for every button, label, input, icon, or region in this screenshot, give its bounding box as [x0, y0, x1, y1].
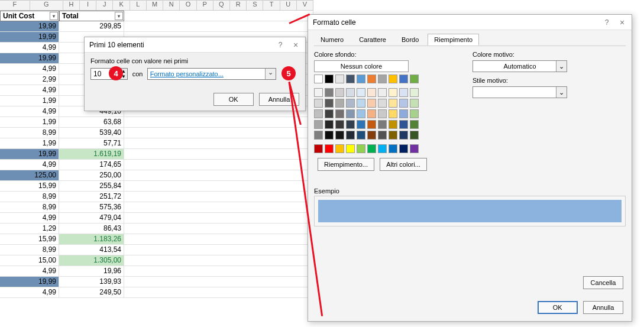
color-swatch[interactable] [389, 99, 397, 108]
cell-unitcost[interactable]: 8,99 [0, 192, 59, 202]
cell-total[interactable]: 19,96 [59, 266, 124, 277]
color-swatch[interactable] [346, 75, 355, 83]
empty-cell[interactable] [124, 234, 313, 245]
column-letter[interactable]: F [0, 0, 30, 11]
color-swatch[interactable] [399, 75, 408, 83]
cell-unitcost[interactable]: 19,99 [0, 277, 59, 287]
color-swatch[interactable] [335, 131, 344, 140]
column-letter[interactable]: I [80, 0, 96, 11]
color-swatch[interactable] [314, 75, 323, 83]
close-icon[interactable]: × [615, 15, 629, 30]
cell-total[interactable]: 413,54 [59, 245, 124, 255]
color-swatch[interactable] [378, 120, 387, 129]
color-swatch[interactable] [410, 88, 419, 97]
color-swatch[interactable] [378, 75, 387, 83]
color-swatch[interactable] [346, 99, 355, 108]
column-letter[interactable]: G [30, 0, 63, 11]
color-swatch[interactable] [346, 131, 355, 140]
empty-cell[interactable] [124, 213, 313, 224]
cell-unitcost[interactable]: 4,99 [0, 106, 59, 117]
color-swatch[interactable] [325, 131, 334, 140]
color-swatch[interactable] [389, 120, 397, 129]
color-swatch[interactable] [314, 120, 323, 129]
color-swatch[interactable] [314, 109, 323, 118]
format-style-select[interactable]: Formato personalizzato... ⌄ [147, 68, 276, 80]
column-letter[interactable]: J [96, 0, 113, 11]
color-swatch[interactable] [335, 88, 344, 97]
empty-cell[interactable] [124, 11, 313, 21]
color-swatch[interactable] [367, 109, 376, 118]
color-swatch[interactable] [357, 120, 365, 129]
empty-cell[interactable] [124, 21, 313, 32]
cancel-button[interactable]: Annulla [583, 301, 623, 314]
column-letter[interactable]: N [163, 0, 180, 11]
cell-total[interactable]: 249,50 [59, 287, 124, 298]
cell-total[interactable]: 1.305,00 [59, 255, 124, 266]
color-swatch[interactable] [389, 88, 397, 97]
tab-bordo[interactable]: Bordo [395, 34, 425, 46]
cell-total[interactable]: 139,93 [59, 277, 124, 287]
cell-unitcost[interactable]: 8,99 [0, 202, 59, 213]
cell-unitcost[interactable]: 8,99 [0, 128, 59, 138]
empty-cell[interactable] [124, 287, 313, 298]
color-swatch[interactable] [367, 131, 376, 140]
cell-unitcost[interactable]: 19,99 [0, 149, 59, 160]
column-letter[interactable]: P [197, 0, 213, 11]
empty-cell[interactable] [124, 192, 313, 202]
color-swatch[interactable] [314, 144, 323, 153]
color-swatch[interactable] [410, 120, 419, 129]
color-swatch[interactable] [399, 131, 408, 140]
column-letter[interactable]: V [297, 0, 313, 11]
cell-unitcost[interactable]: 4,99 [0, 287, 59, 298]
cell-total[interactable]: 1.183,26 [59, 234, 124, 245]
empty-cell[interactable] [124, 255, 313, 266]
color-swatch[interactable] [314, 131, 323, 140]
pattern-color-select[interactable]: Automatico ⌄ [473, 60, 567, 72]
column-letter[interactable]: R [230, 0, 247, 11]
color-swatch[interactable] [325, 144, 334, 153]
color-swatch[interactable] [367, 99, 376, 108]
color-swatch[interactable] [314, 88, 323, 97]
color-swatch[interactable] [367, 75, 376, 83]
cell-unitcost[interactable]: 1,99 [0, 117, 59, 128]
color-swatch[interactable] [357, 75, 365, 83]
color-swatch[interactable] [410, 131, 419, 140]
column-header-unitcost[interactable]: Unit Cost ▾ [0, 11, 59, 21]
column-letter[interactable]: K [113, 0, 130, 11]
color-swatch[interactable] [399, 88, 408, 97]
cell-unitcost[interactable]: 19,99 [0, 32, 59, 43]
empty-cell[interactable] [124, 117, 313, 128]
color-swatch[interactable] [367, 120, 376, 129]
color-swatch[interactable] [357, 131, 365, 140]
color-swatch[interactable] [346, 109, 355, 118]
cell-unitcost[interactable]: 15,99 [0, 181, 59, 192]
color-swatch[interactable] [357, 88, 365, 97]
fill-effects-button[interactable]: Riempimento... [318, 158, 374, 171]
filter-dropdown-icon[interactable]: ▾ [115, 12, 123, 20]
cell-unitcost[interactable]: 4,99 [0, 43, 59, 53]
cell-unitcost[interactable]: 1,99 [0, 138, 59, 149]
cell-unitcost[interactable]: 19,99 [0, 53, 59, 64]
ok-button[interactable]: OK [213, 93, 254, 106]
empty-cell[interactable] [124, 224, 313, 234]
help-icon[interactable]: ? [273, 37, 287, 53]
color-swatch[interactable] [346, 144, 355, 153]
color-swatch[interactable] [399, 144, 408, 153]
empty-cell[interactable] [124, 128, 313, 138]
tab-numero[interactable]: Numero [314, 34, 350, 46]
color-swatch[interactable] [389, 75, 397, 83]
pattern-style-select[interactable]: ⌄ [473, 86, 567, 98]
cell-total[interactable]: 539,40 [59, 128, 124, 138]
filter-dropdown-icon[interactable]: ▾ [50, 12, 58, 20]
column-header-total[interactable]: Total ▾ [59, 11, 124, 21]
column-letter[interactable]: H [63, 0, 80, 11]
color-swatch[interactable] [325, 109, 334, 118]
cell-unitcost[interactable]: 1,99 [0, 96, 59, 106]
close-icon[interactable]: × [289, 37, 303, 53]
cell-unitcost[interactable]: 15,99 [0, 234, 59, 245]
column-letter[interactable]: S [247, 0, 263, 11]
cell-unitcost[interactable]: 15,00 [0, 255, 59, 266]
color-swatch[interactable] [325, 88, 334, 97]
color-swatch[interactable] [378, 99, 387, 108]
empty-cell[interactable] [124, 245, 313, 255]
